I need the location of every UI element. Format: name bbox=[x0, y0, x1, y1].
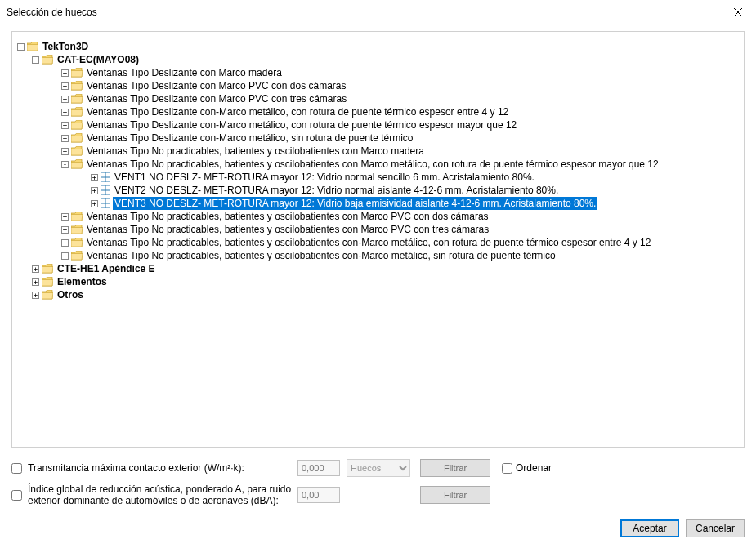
folder-icon bbox=[71, 68, 83, 78]
folder-icon bbox=[42, 55, 53, 65]
tree-node-catec[interactable]: - CAT-EC(MAYO08) bbox=[17, 53, 739, 66]
tree-node-expanded[interactable]: - Ventanas Tipo No practicables, batient… bbox=[17, 158, 739, 171]
tree-item[interactable]: +VENT3 NO DESLZ- MET-ROTURA mayor 12: Vi… bbox=[17, 197, 739, 210]
expand-icon[interactable]: + bbox=[32, 265, 39, 273]
indice-label: Índice global de reducción acústica, pon… bbox=[28, 483, 297, 506]
tree-node[interactable]: +Ventanas Tipo Deslizante con Marco PVC … bbox=[17, 79, 739, 92]
tree-label: Ventanas Tipo Deslizante con-Marco metál… bbox=[85, 105, 510, 118]
expand-icon[interactable]: + bbox=[61, 239, 69, 247]
ordenar-checkbox[interactable] bbox=[502, 463, 512, 474]
tree-label: Ventanas Tipo No practicables, batientes… bbox=[85, 249, 557, 262]
folder-icon bbox=[71, 107, 83, 117]
folder-icon bbox=[71, 212, 83, 221]
tree-node[interactable]: +CTE-HE1 Apéndice E bbox=[17, 262, 739, 275]
window-icon bbox=[101, 185, 110, 195]
folder-icon bbox=[71, 225, 83, 234]
folder-icon bbox=[71, 133, 83, 143]
tree-label: TekTon3D bbox=[41, 40, 90, 53]
tree-node[interactable]: +Ventanas Tipo No practicables, batiente… bbox=[17, 249, 739, 262]
tree-label: Ventanas Tipo Deslizante con-Marco metál… bbox=[85, 118, 518, 131]
tree-label: Ventanas Tipo Deslizante con Marco mader… bbox=[85, 66, 284, 79]
folder-icon bbox=[71, 81, 83, 91]
filtrar-button-2[interactable]: Filtrar bbox=[420, 486, 490, 504]
tree-node[interactable]: +Elementos bbox=[17, 275, 739, 288]
tree-label: Ventanas Tipo No practicables, batientes… bbox=[85, 145, 426, 158]
dialog-footer: Aceptar Cancelar bbox=[11, 519, 745, 537]
tree-node[interactable]: +Otros bbox=[17, 288, 739, 301]
expand-icon[interactable]: + bbox=[61, 213, 69, 221]
expand-icon[interactable]: + bbox=[61, 252, 69, 260]
tree-node[interactable]: +Ventanas Tipo Deslizante con Marco made… bbox=[17, 66, 739, 79]
tree-node[interactable]: +Ventanas Tipo Deslizante con-Marco metá… bbox=[17, 131, 739, 145]
close-button[interactable] bbox=[719, 0, 756, 25]
tree-node[interactable]: +Ventanas Tipo No practicables, batiente… bbox=[17, 223, 739, 236]
expand-icon[interactable]: + bbox=[91, 174, 98, 181]
tree-node[interactable]: +Ventanas Tipo Deslizante con Marco PVC … bbox=[17, 92, 739, 105]
expand-icon[interactable]: + bbox=[61, 96, 69, 103]
tree-item-label: VENT3 NO DESLZ- MET-ROTURA mayor 12: Vid… bbox=[113, 197, 597, 210]
expand-icon[interactable]: + bbox=[91, 187, 98, 194]
indice-checkbox[interactable] bbox=[11, 490, 22, 501]
tree-item[interactable]: +VENT2 NO DESLZ- MET-ROTURA mayor 12: Vi… bbox=[17, 184, 739, 197]
tree-label: Ventanas Tipo Deslizante con Marco PVC c… bbox=[85, 92, 348, 105]
tree-label: Ventanas Tipo Deslizante con Marco PVC c… bbox=[85, 79, 348, 92]
expand-icon[interactable]: + bbox=[61, 135, 69, 142]
expand-icon[interactable]: + bbox=[61, 82, 69, 90]
tree-node[interactable]: +Ventanas Tipo No practicables, batiente… bbox=[17, 210, 739, 223]
collapse-icon[interactable]: - bbox=[32, 56, 39, 64]
tree[interactable]: - TekTon3D - CAT-EC(MAYO08) +Ventanas Ti… bbox=[17, 40, 739, 301]
tree-node[interactable]: +Ventanas Tipo Deslizante con-Marco metá… bbox=[17, 118, 739, 131]
filtrar-button-1[interactable]: Filtrar bbox=[420, 459, 490, 477]
folder-icon bbox=[42, 264, 53, 274]
tree-item-label: VENT1 NO DESLZ- MET-ROTURA mayor 12: Vid… bbox=[113, 171, 536, 184]
tree-label: Otros bbox=[56, 288, 85, 301]
tree-label: Ventanas Tipo No practicables, batientes… bbox=[85, 223, 490, 236]
folder-icon bbox=[42, 290, 53, 300]
tree-node[interactable]: +Ventanas Tipo No practicables, batiente… bbox=[17, 236, 739, 249]
tree-item-label: VENT2 NO DESLZ- MET-ROTURA mayor 12: Vid… bbox=[113, 184, 560, 197]
title-bar: Selección de huecos bbox=[0, 0, 756, 25]
tree-label: CAT-EC(MAYO08) bbox=[56, 53, 141, 66]
tree-label: Ventanas Tipo No practicables, batientes… bbox=[85, 158, 660, 171]
folder-icon bbox=[42, 277, 53, 287]
indice-input[interactable] bbox=[297, 487, 340, 503]
expand-icon[interactable]: + bbox=[61, 148, 69, 155]
folder-icon bbox=[71, 94, 83, 104]
window-icon bbox=[101, 172, 110, 182]
folder-icon bbox=[71, 251, 83, 261]
tree-panel: - TekTon3D - CAT-EC(MAYO08) +Ventanas Ti… bbox=[11, 31, 745, 448]
ordenar-group[interactable]: Ordenar bbox=[502, 462, 584, 474]
window-icon bbox=[101, 198, 110, 208]
tree-label: Ventanas Tipo Deslizante con-Marco metál… bbox=[85, 131, 415, 145]
expand-icon[interactable]: + bbox=[61, 109, 69, 116]
dialog-body: - TekTon3D - CAT-EC(MAYO08) +Ventanas Ti… bbox=[0, 25, 756, 549]
tree-item[interactable]: +VENT1 NO DESLZ- MET-ROTURA mayor 12: Vi… bbox=[17, 171, 739, 184]
expand-icon[interactable]: + bbox=[32, 278, 39, 286]
expand-icon[interactable]: + bbox=[61, 122, 69, 129]
transmitancia-checkbox[interactable] bbox=[11, 463, 22, 474]
expand-icon[interactable]: + bbox=[91, 200, 98, 207]
tree-label: Elementos bbox=[56, 275, 109, 288]
window-title: Selección de huecos bbox=[7, 7, 97, 18]
tree-node-root[interactable]: - TekTon3D bbox=[17, 40, 739, 53]
transmitancia-input[interactable] bbox=[297, 460, 340, 476]
accept-button[interactable]: Aceptar bbox=[620, 519, 679, 537]
filter-panel: Transmitancia máxima contacto exterior (… bbox=[11, 459, 745, 506]
tree-label: CTE-HE1 Apéndice E bbox=[56, 262, 157, 275]
tree-node[interactable]: +Ventanas Tipo No practicables, batiente… bbox=[17, 145, 739, 158]
close-icon bbox=[734, 8, 742, 16]
folder-icon bbox=[71, 120, 83, 130]
ordenar-label: Ordenar bbox=[516, 462, 552, 474]
expand-icon[interactable]: + bbox=[61, 69, 69, 77]
folder-icon bbox=[71, 146, 83, 156]
transmitancia-label: Transmitancia máxima contacto exterior (… bbox=[28, 462, 297, 474]
expand-icon[interactable]: + bbox=[32, 292, 39, 299]
huecos-select[interactable]: Huecos bbox=[347, 459, 410, 477]
tree-label: Ventanas Tipo No practicables, batientes… bbox=[85, 210, 490, 223]
collapse-icon[interactable]: - bbox=[61, 161, 69, 168]
tree-node[interactable]: +Ventanas Tipo Deslizante con-Marco metá… bbox=[17, 105, 739, 118]
cancel-button[interactable]: Cancelar bbox=[686, 519, 745, 537]
folder-icon bbox=[27, 42, 38, 51]
expand-icon[interactable]: + bbox=[61, 226, 69, 234]
collapse-icon[interactable]: - bbox=[17, 43, 25, 51]
